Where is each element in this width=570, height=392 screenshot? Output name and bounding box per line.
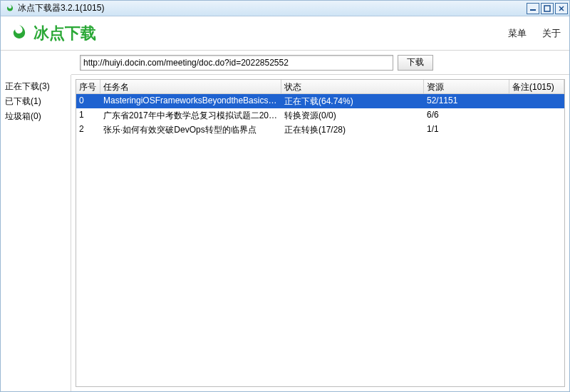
table-header: 序号 任务名 状态 资源 备注(1015) [76, 80, 564, 94]
svg-rect-1 [544, 6, 550, 11]
cell-note [509, 108, 564, 123]
col-name[interactable]: 任务名 [100, 80, 281, 93]
cell-seq: 0 [76, 94, 100, 108]
cell-status: 转换资源(0/0) [281, 108, 424, 123]
url-row: 下载 [71, 51, 569, 75]
cell-status: 正在转换(17/28) [281, 123, 424, 137]
sidebar-item-downloading[interactable]: 正在下载(3) [5, 79, 66, 94]
cell-seq: 2 [76, 123, 100, 137]
close-button[interactable] [555, 3, 568, 14]
window-title: 冰点下载器3.2.1(1015) [18, 2, 525, 14]
sidebar-item-downloaded[interactable]: 已下载(1) [5, 94, 66, 109]
sidebar: 正在下载(3) 已下载(1) 垃圾箱(0) [1, 75, 71, 391]
col-seq[interactable]: 序号 [76, 80, 100, 93]
minimize-button[interactable] [527, 3, 539, 14]
cell-seq: 1 [76, 108, 100, 123]
cell-resource: 52/1151 [424, 94, 509, 108]
url-input[interactable] [80, 55, 393, 71]
cell-resource: 6/6 [424, 108, 509, 123]
table-row[interactable]: 2张乐·如何有效突破DevOps转型的临界点正在转换(17/28)1/1 [76, 123, 564, 137]
col-note[interactable]: 备注(1015) [509, 80, 564, 93]
cell-status: 正在下载(64.74%) [281, 94, 424, 108]
menu-button[interactable]: 菜单 [505, 24, 529, 43]
main-panel: 序号 任务名 状态 资源 备注(1015) 0MasteringiOSFrame… [71, 75, 569, 391]
sidebar-item-trash[interactable]: 垃圾箱(0) [5, 109, 66, 124]
download-button[interactable]: 下载 [398, 55, 433, 71]
table-row[interactable]: 0MasteringiOSFrameworksBeyondtheBasics,2… [76, 94, 564, 108]
cell-note [509, 94, 564, 108]
brand-logo: 冰点下载 [9, 23, 495, 44]
col-status[interactable]: 状态 [281, 80, 424, 93]
col-resource[interactable]: 资源 [424, 80, 509, 93]
about-button[interactable]: 关于 [539, 24, 564, 43]
table-row[interactable]: 1广东省2017年中考数学总复习模拟试题二201707…转换资源(0/0)6/6 [76, 108, 564, 123]
cell-name: 广东省2017年中考数学总复习模拟试题二201707… [100, 108, 281, 123]
cell-resource: 1/1 [424, 123, 509, 137]
maximize-button[interactable] [541, 3, 554, 14]
task-table: 序号 任务名 状态 资源 备注(1015) 0MasteringiOSFrame… [76, 79, 565, 387]
cell-note [509, 123, 564, 137]
app-window: 冰点下载器3.2.1(1015) 冰点下载 菜单 关于 下载 正在下载(3) 已… [0, 0, 570, 392]
brand-name: 冰点下载 [33, 23, 96, 44]
cell-name: 张乐·如何有效突破DevOps转型的临界点 [100, 123, 281, 137]
cell-name: MasteringiOSFrameworksBeyondtheBasics,2n… [100, 94, 281, 108]
leaf-icon [9, 24, 29, 43]
titlebar: 冰点下载器3.2.1(1015) [1, 1, 569, 16]
content-body: 正在下载(3) 已下载(1) 垃圾箱(0) 序号 任务名 状态 资源 备注(10… [1, 75, 569, 391]
table-body: 0MasteringiOSFrameworksBeyondtheBasics,2… [76, 94, 564, 386]
header: 冰点下载 菜单 关于 [1, 16, 569, 51]
app-icon [5, 4, 15, 14]
